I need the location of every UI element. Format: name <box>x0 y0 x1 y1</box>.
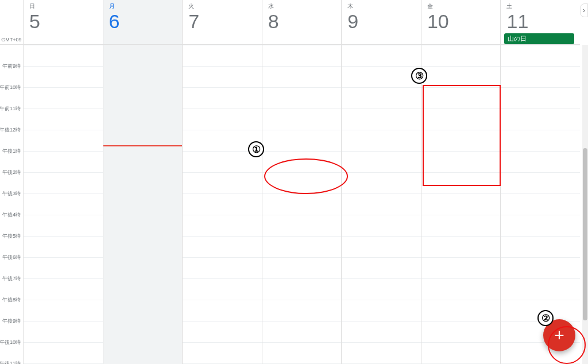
hour-label: 午後3時 <box>2 190 21 198</box>
hour-label: 午後11時 <box>0 360 21 365</box>
hour-label: 午後6時 <box>2 254 21 261</box>
day-number: 6 <box>109 11 120 31</box>
col-thu[interactable] <box>341 45 421 364</box>
hour-label: 午後8時 <box>2 296 21 304</box>
expand-side-panel-button[interactable]: › <box>580 3 588 17</box>
col-tue[interactable] <box>182 45 262 364</box>
day-number: 9 <box>347 11 358 31</box>
now-indicator <box>103 145 183 146</box>
day-header-wed[interactable]: 水 8 <box>262 0 342 44</box>
col-sun[interactable] <box>23 45 103 364</box>
time-gutter: 午前9時午前10時午前11時午後12時午後1時午後2時午後3時午後4時午後5時午… <box>0 45 23 364</box>
day-number: 11 <box>506 11 528 31</box>
plus-icon: + <box>554 326 564 345</box>
grid-body: 午前9時午前10時午前11時午後12時午後1時午後2時午後3時午後4時午後5時午… <box>0 45 580 364</box>
col-fri[interactable] <box>421 45 501 364</box>
chevron-right-icon: › <box>583 6 585 14</box>
scrollbar-track[interactable] <box>582 45 588 364</box>
day-number: 8 <box>268 11 279 31</box>
holiday-chip[interactable]: 山の日 <box>504 33 574 44</box>
col-mon[interactable] <box>103 45 183 364</box>
day-of-week: 水 <box>268 2 342 10</box>
hour-label: 午後12時 <box>0 126 21 134</box>
day-columns <box>23 45 580 364</box>
day-of-week: 土 <box>506 2 580 10</box>
day-of-week: 木 <box>347 2 421 10</box>
hour-label: 午前9時 <box>2 63 21 70</box>
scrollbar-thumb[interactable] <box>583 148 587 320</box>
hour-label: 午後9時 <box>2 317 21 325</box>
day-of-week: 金 <box>427 2 501 10</box>
day-number: 10 <box>427 11 449 31</box>
day-of-week: 火 <box>188 2 262 10</box>
create-event-fab[interactable]: + <box>543 319 575 351</box>
calendar-week-view: GMT+09 日 5 月 6 火 7 水 8 木 9 金 10 土 11 山の日 <box>0 0 588 364</box>
day-header-tue[interactable]: 火 7 <box>182 0 262 44</box>
col-sat[interactable] <box>500 45 580 364</box>
hour-label: 午前10時 <box>0 84 21 91</box>
day-of-week: 日 <box>29 2 103 10</box>
day-header-fri[interactable]: 金 10 <box>421 0 501 44</box>
hour-label: 午後2時 <box>2 169 21 176</box>
day-header-thu[interactable]: 木 9 <box>341 0 421 44</box>
day-of-week: 月 <box>109 2 183 10</box>
day-header-mon[interactable]: 月 6 <box>103 0 183 44</box>
timezone-label: GMT+09 <box>0 0 23 44</box>
col-wed[interactable] <box>262 45 342 364</box>
day-number: 7 <box>188 11 199 31</box>
hour-label: 午後1時 <box>2 148 21 155</box>
day-header-sat[interactable]: 土 11 山の日 <box>500 0 580 44</box>
hour-label: 午後10時 <box>0 339 21 346</box>
hour-label: 午後4時 <box>2 211 21 219</box>
hour-label: 午前11時 <box>0 105 21 113</box>
day-header-row: GMT+09 日 5 月 6 火 7 水 8 木 9 金 10 土 11 山の日 <box>0 0 580 45</box>
hour-label: 午後5時 <box>2 233 21 240</box>
day-number: 5 <box>29 11 40 31</box>
day-header-sun[interactable]: 日 5 <box>23 0 103 44</box>
hour-label: 午後7時 <box>2 275 21 282</box>
